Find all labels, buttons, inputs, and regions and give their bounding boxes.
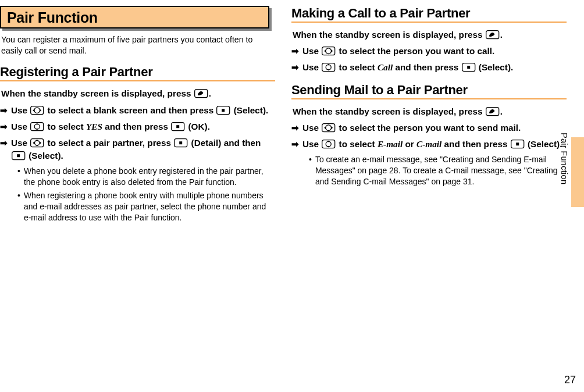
step-select-mail-type: ➡ Use to select E-mail or C-mail and the… (291, 138, 567, 151)
dpad-horizontal-icon (322, 123, 336, 133)
center-key-icon (511, 140, 525, 149)
subheading-text: Registering a Pair Partner (0, 65, 152, 79)
call-key-icon (194, 89, 208, 98)
dpad-vertical-icon (322, 63, 336, 72)
notes-list: • To create an e-mail message, see "Crea… (291, 154, 567, 187)
note-item: • When registering a phone book entry wi… (17, 190, 275, 223)
subheading-text: Sending Mail to a Pair Partner (291, 83, 468, 97)
subheading-making-call: Making a Call to a Pair Partner (291, 6, 567, 23)
arrow-icon: ➡ (291, 61, 299, 74)
left-column: Pair Function You can register a maximum… (0, 6, 275, 226)
center-key-icon (462, 63, 476, 72)
arrow-icon: ➡ (291, 45, 299, 58)
side-tab (571, 137, 584, 207)
arrow-icon: ➡ (0, 120, 8, 133)
step-select-call: ➡ Use to select Call and then press (Sel… (291, 61, 567, 74)
note-item: • When you delete a phone book entry reg… (17, 166, 275, 188)
center-key-icon (216, 106, 230, 115)
standby-instruction: When the standby screen is displayed, pr… (291, 28, 567, 41)
step-select-person-call: ➡ Use to select the person you want to c… (291, 45, 567, 58)
dpad-vertical-icon (322, 140, 336, 149)
step-select-person-mail: ➡ Use to select the person you want to s… (291, 122, 567, 134)
step-select-blank: ➡ Use to select a blank screen and then … (0, 104, 275, 117)
center-key-icon (174, 138, 188, 148)
right-column: Making a Call to a Pair Partner When the… (291, 6, 567, 226)
intro-text: You can register a maximum of five pair … (0, 34, 275, 56)
dpad-vertical-icon (30, 122, 44, 131)
dpad-horizontal-icon (322, 47, 336, 56)
subheading-sending-mail: Sending Mail to a Pair Partner (291, 83, 567, 99)
arrow-icon: ➡ (0, 104, 8, 117)
page-content: Pair Function You can register a maximum… (0, 0, 584, 231)
arrow-icon: ➡ (291, 138, 299, 151)
section-heading-pair-function: Pair Function (0, 6, 269, 28)
notes-list: • When you delete a phone book entry reg… (0, 166, 275, 223)
step-select-partner: ➡ Use to select a pair partner, press (D… (0, 137, 275, 162)
standby-instruction: When the standby screen is displayed, pr… (291, 105, 567, 118)
subheading-registering: Registering a Pair Partner (0, 65, 275, 81)
dpad-horizontal-icon (30, 106, 44, 115)
center-key-icon (171, 122, 185, 131)
note-item: • To create an e-mail message, see "Crea… (309, 154, 567, 187)
subheading-text: Making a Call to a Pair Partner (291, 6, 470, 20)
dpad-all-icon (30, 138, 44, 148)
center-key-icon (12, 151, 26, 161)
side-section-label: Pair Function (560, 133, 569, 184)
section-heading-text: Pair Function (7, 9, 98, 26)
step-select-yes: ➡ Use to select YES and then press (OK). (0, 120, 275, 133)
arrow-icon: ➡ (0, 137, 8, 149)
arrow-icon: ➡ (291, 122, 299, 134)
page-number: 27 (564, 374, 576, 386)
call-key-icon (486, 30, 500, 40)
call-key-icon (486, 107, 500, 116)
standby-instruction: When the standby screen is displayed, pr… (0, 87, 275, 100)
